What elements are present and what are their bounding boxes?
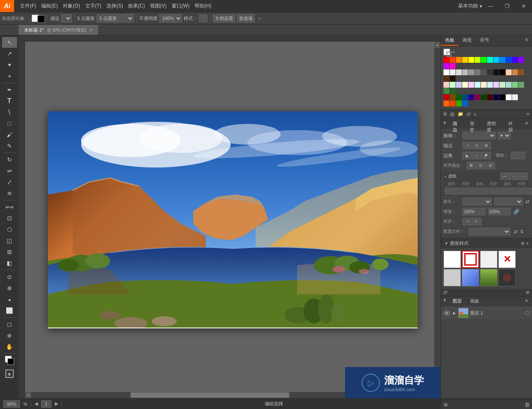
toolbar-extra-menu[interactable]: » bbox=[258, 16, 261, 21]
color-swatch[interactable] bbox=[493, 94, 499, 100]
stroke-color[interactable] bbox=[41, 14, 45, 23]
color-swatch[interactable] bbox=[443, 101, 449, 106]
color-swatch[interactable] bbox=[450, 101, 456, 106]
gs-new[interactable]: ⊕ bbox=[521, 241, 525, 246]
color-swatch[interactable] bbox=[468, 69, 474, 75]
color-swatch[interactable] bbox=[462, 57, 468, 63]
color-swatch[interactable] bbox=[450, 69, 456, 75]
stroke-panel-menu[interactable]: ≡ bbox=[521, 119, 532, 129]
color-swatch[interactable] bbox=[475, 57, 480, 63]
scale-start-input[interactable] bbox=[463, 208, 485, 215]
menu-help[interactable]: 帮助(H) bbox=[195, 2, 212, 10]
width-tool[interactable]: ⟺ bbox=[2, 202, 17, 212]
stroke-collapse-arrow[interactable]: ▼ bbox=[441, 119, 448, 129]
cap-square[interactable]: ⊞ bbox=[482, 142, 491, 149]
color-swatch[interactable] bbox=[506, 69, 512, 75]
fill-stroke-tool[interactable] bbox=[2, 355, 17, 366]
minimize-button[interactable]: — bbox=[482, 0, 499, 12]
paintbrush-tool[interactable]: 🖌 bbox=[2, 129, 17, 140]
cap-butt[interactable]: ⊣ bbox=[463, 142, 472, 149]
color-swatch[interactable] bbox=[443, 82, 449, 88]
color-swatch[interactable] bbox=[487, 82, 493, 88]
color-swatch[interactable] bbox=[468, 94, 474, 100]
layer-expand-arrow[interactable]: ▶ bbox=[452, 310, 457, 315]
scroll-up-button[interactable]: ▲ bbox=[434, 42, 441, 48]
color-swatch[interactable] bbox=[512, 82, 518, 88]
color-swatch[interactable] bbox=[475, 94, 480, 100]
color-swatch[interactable] bbox=[493, 82, 499, 88]
profile-flip-h[interactable]: ⇄ bbox=[514, 229, 517, 234]
color-swatch[interactable] bbox=[500, 94, 505, 100]
color-swatch[interactable] bbox=[450, 88, 456, 94]
arrow-swap[interactable]: ⇄ bbox=[525, 199, 530, 204]
layer-name[interactable]: 图层 1 bbox=[470, 310, 524, 316]
stroke-select[interactable] bbox=[61, 14, 72, 22]
opacity-select[interactable]: 100% bbox=[159, 14, 182, 22]
align-outside[interactable]: ⊟ bbox=[486, 162, 495, 169]
page-nav-next[interactable]: ▶ bbox=[55, 401, 58, 407]
gradient-tool[interactable]: ◧ bbox=[2, 258, 17, 269]
color-swatch[interactable] bbox=[500, 57, 505, 63]
profile-flip-v[interactable]: ⇅ bbox=[520, 229, 524, 234]
color-swatch[interactable] bbox=[506, 82, 512, 88]
perspective-grid-tool[interactable]: ◱ bbox=[2, 235, 17, 246]
dashed-toggle[interactable]: ▪ bbox=[445, 174, 446, 179]
color-swatch[interactable] bbox=[512, 57, 518, 63]
color-swatch[interactable] bbox=[481, 94, 487, 100]
color-swatch[interactable] bbox=[443, 76, 449, 81]
gs-item-red-x[interactable]: ✕ bbox=[498, 251, 516, 268]
panel-icon-5[interactable]: ≡ bbox=[474, 112, 476, 117]
tab-swatches[interactable]: 色板 bbox=[441, 35, 458, 46]
tab-gradient[interactable]: 渐变 bbox=[466, 119, 483, 129]
dash-style-2[interactable]: - - bbox=[510, 172, 519, 180]
reflect-tool[interactable]: ⇌ bbox=[2, 165, 17, 176]
color-swatch[interactable] bbox=[500, 82, 505, 88]
limit-input[interactable] bbox=[511, 152, 525, 159]
gs-icon-2[interactable]: ⊕ bbox=[526, 290, 530, 295]
gs-item-gray[interactable] bbox=[443, 269, 461, 286]
lasso-tool[interactable]: ⌖ bbox=[2, 71, 17, 81]
magic-wand-tool[interactable]: ✦ bbox=[2, 59, 17, 70]
gs-item-solid-white[interactable] bbox=[480, 251, 498, 268]
align-start[interactable]: ⊣ bbox=[463, 218, 472, 225]
color-swatch[interactable] bbox=[462, 69, 468, 75]
scroll-left-button[interactable]: ◄ bbox=[25, 392, 31, 398]
mesh-tool[interactable]: ⊞ bbox=[2, 246, 17, 257]
panel-icon-4[interactable]: ⇄ bbox=[467, 111, 470, 117]
menu-effect[interactable]: 效果(C) bbox=[128, 2, 145, 10]
layer-row-1[interactable]: ▶ 图层 1 bbox=[441, 306, 532, 320]
page-input[interactable] bbox=[41, 400, 52, 408]
color-swatch[interactable] bbox=[500, 69, 505, 75]
workspace-selector[interactable]: 基本功能 ▾ bbox=[458, 0, 482, 12]
color-swatch[interactable] bbox=[493, 57, 499, 63]
canvas-document[interactable] bbox=[48, 111, 418, 328]
align-center[interactable]: ⊠ bbox=[467, 162, 476, 169]
gs-icon-1[interactable]: ⇄ bbox=[443, 290, 447, 295]
preferences-button[interactable]: 首选项 bbox=[237, 14, 255, 22]
eraser-tool[interactable]: ◻ bbox=[2, 319, 17, 330]
zoom-tool[interactable]: ⊕ bbox=[2, 330, 17, 341]
color-swatch[interactable] bbox=[468, 82, 474, 88]
gs-item-blue[interactable] bbox=[462, 269, 479, 286]
scroll-thumb-h[interactable] bbox=[131, 392, 289, 398]
color-swatch[interactable] bbox=[475, 82, 480, 88]
menu-type[interactable]: 文字(T) bbox=[85, 2, 101, 10]
document-tab[interactable]: 未标题-1* @ 90% (CMYK/预览) ✕ bbox=[19, 25, 98, 35]
gs-item-white[interactable] bbox=[443, 251, 461, 268]
fill-swatch[interactable] bbox=[443, 49, 450, 55]
maximize-button[interactable]: ❐ bbox=[499, 0, 515, 12]
profile-select[interactable] bbox=[469, 228, 510, 235]
scale-link[interactable]: 🔗 bbox=[513, 209, 520, 214]
weight-select[interactable] bbox=[463, 132, 496, 139]
scale-end-input[interactable] bbox=[488, 208, 511, 215]
gs-item-green[interactable] bbox=[480, 269, 498, 286]
canvas-area[interactable]: ▲ ▼ ◄ ► bbox=[19, 35, 441, 398]
color-swatch[interactable] bbox=[456, 57, 462, 63]
zoom-input[interactable] bbox=[3, 400, 20, 408]
color-swatch[interactable] bbox=[462, 82, 468, 88]
warp-tool[interactable]: ≋ bbox=[2, 188, 17, 199]
color-swatch[interactable] bbox=[450, 94, 456, 100]
doc-settings-button[interactable]: 文档设置 bbox=[213, 14, 235, 22]
gs-menu[interactable]: ≡ bbox=[526, 241, 529, 246]
corner-round[interactable]: ◌ bbox=[472, 152, 481, 159]
